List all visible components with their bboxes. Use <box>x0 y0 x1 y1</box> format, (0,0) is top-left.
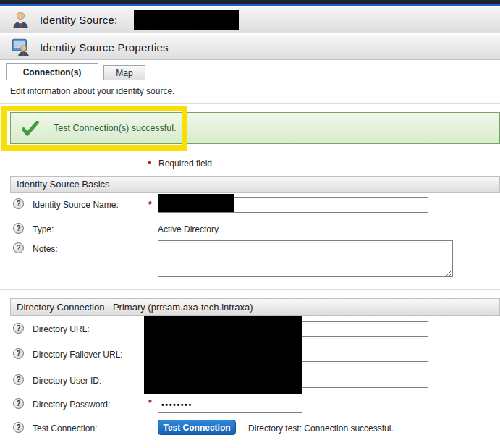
notes-label: Notes: <box>33 244 58 254</box>
notes-textarea[interactable] <box>158 240 453 277</box>
help-icon[interactable]: ? <box>13 422 24 433</box>
identity-source-name-label: Identity Source Name: <box>33 200 119 210</box>
server-user-icon <box>11 38 30 57</box>
directory-url-label: Directory URL: <box>33 324 90 334</box>
section-identity-source-basics: Identity Source Basics <box>10 176 500 193</box>
type-value: Active Directory <box>158 224 219 234</box>
user-icon <box>11 10 30 30</box>
page-title: Identity Source: <box>40 14 117 26</box>
type-label: Type: <box>33 224 54 234</box>
page-description: Edit information about your identity sou… <box>10 86 174 96</box>
section-directory-connection: Directory Connection - Primary (prrsam.a… <box>10 298 500 316</box>
properties-header: Identity Source Properties <box>0 35 500 60</box>
page-header: Identity Source: <box>0 6 500 33</box>
tab-connections-label: Connection(s) <box>23 67 82 77</box>
directory-failover-url-label: Directory Failover URL: <box>33 350 123 360</box>
help-icon[interactable]: ? <box>13 223 24 234</box>
help-icon[interactable]: ? <box>13 398 24 409</box>
properties-title: Identity Source Properties <box>40 41 169 54</box>
divider <box>0 103 500 104</box>
tab-map[interactable]: Map <box>103 65 145 80</box>
divider <box>0 172 500 172</box>
check-icon <box>22 121 39 136</box>
help-icon[interactable]: ? <box>13 374 24 385</box>
redacted-identity-source-value <box>134 10 239 30</box>
redacted-directory-values <box>144 316 302 394</box>
redacted-name-value <box>158 194 234 212</box>
help-icon[interactable]: ? <box>13 323 24 334</box>
required-asterisk: * <box>148 398 152 408</box>
identity-source-page: Identity Source: Identity Source Propert… <box>0 0 500 448</box>
success-message: Test Connection(s) successful. <box>10 112 500 144</box>
required-field-note: Required field <box>158 159 212 169</box>
tab-connections[interactable]: Connection(s) <box>6 63 98 80</box>
test-connection-result: Directory test: Connection successful. <box>248 423 394 434</box>
help-icon[interactable]: ? <box>13 348 24 359</box>
directory-password-input[interactable] <box>158 397 302 413</box>
required-asterisk: * <box>148 159 151 169</box>
tab-map-label: Map <box>116 68 132 78</box>
directory-user-id-label: Directory User ID: <box>33 376 101 386</box>
directory-password-label: Directory Password: <box>33 400 110 410</box>
success-message-text: Test Connection(s) successful. <box>54 123 177 133</box>
required-asterisk: * <box>148 200 152 210</box>
divider <box>0 289 500 290</box>
test-connection-button[interactable]: Test Connection <box>158 420 236 435</box>
help-icon[interactable]: ? <box>13 242 24 253</box>
test-connection-label: Test Connection: <box>33 423 97 434</box>
help-icon[interactable]: ? <box>13 198 24 209</box>
